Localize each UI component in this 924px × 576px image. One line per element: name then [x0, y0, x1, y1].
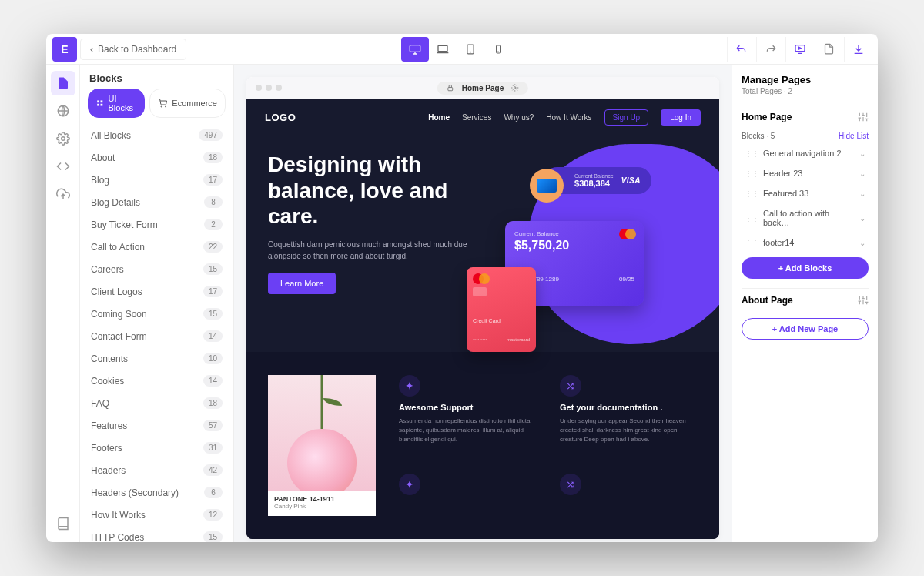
page-block-item[interactable]: ⋮⋮Call to action with back…⌄ [742, 203, 869, 233]
save-button[interactable] [815, 37, 842, 62]
browser-chrome: Home Page [246, 77, 719, 99]
svg-point-5 [498, 51, 499, 52]
manage-pages-panel: Manage Pages Total Pages · 2 Home Page B… [732, 65, 878, 542]
credit-card-red: Credit Card •••• ••••mastercard [467, 267, 536, 352]
sliders-icon [858, 295, 869, 306]
page-block-item[interactable]: ⋮⋮footer14⌄ [742, 233, 869, 253]
rail-upload-button[interactable] [51, 182, 75, 206]
category-item[interactable]: How It Works12 [80, 504, 233, 526]
svg-rect-15 [448, 88, 453, 91]
category-item[interactable]: Buy Ticket Form2 [80, 213, 233, 236]
preview-browser: Home Page LOGO Home Services Why us? H [246, 77, 719, 539]
rail-blocks-button[interactable] [51, 71, 75, 95]
undo-button[interactable] [727, 37, 755, 62]
hero-title: Designing with balance, love and care. [268, 152, 475, 229]
category-item[interactable]: Headers42 [80, 459, 233, 481]
chevron-down-icon: ⌄ [859, 169, 865, 178]
nav-how[interactable]: How It Works [546, 113, 591, 122]
category-item[interactable]: Contents10 [80, 347, 233, 370]
page-block-item[interactable]: ⋮⋮Header 23⌄ [742, 163, 869, 183]
page-url-pill[interactable]: Home Page [437, 82, 528, 95]
sparkle-icon: ✦ [399, 375, 420, 397]
preview-button[interactable] [785, 37, 813, 62]
site-preview: LOGO Home Services Why us? How It Works … [246, 99, 719, 539]
category-item[interactable]: FAQ18 [80, 392, 233, 414]
sliders-icon [858, 112, 869, 122]
cart-icon [158, 99, 167, 108]
rail-globe-button[interactable] [51, 99, 75, 123]
add-new-page-button[interactable]: + Add New Page [742, 318, 869, 340]
viewport-switcher [401, 37, 512, 62]
category-item[interactable]: Cookies14 [80, 370, 233, 392]
category-item[interactable]: All Blocks497 [80, 124, 233, 146]
hero-visual: Current Balance $308,384 VISA Current Ba… [490, 152, 698, 321]
page-home-row[interactable]: Home Page [742, 105, 869, 129]
redo-button[interactable] [756, 37, 784, 62]
topbar: E ‹ Back to Dashboard [46, 34, 878, 65]
svg-rect-1 [438, 45, 447, 51]
rail-help-button[interactable] [51, 511, 75, 536]
category-list[interactable]: All Blocks497About18Blog17Blog Details8B… [80, 124, 233, 542]
category-item[interactable]: Features57 [80, 414, 233, 437]
svg-rect-10 [101, 100, 103, 102]
category-item[interactable]: Call to Action22 [80, 236, 233, 258]
left-rail [46, 65, 80, 542]
svg-rect-0 [410, 45, 420, 52]
mobile-view-button[interactable] [484, 37, 512, 62]
chevron-down-icon: ⌄ [859, 149, 865, 158]
browser-page-name: Home Page [462, 84, 504, 92]
login-button[interactable]: Log In [661, 109, 701, 126]
page-block-item[interactable]: ⋮⋮General navigation 2⌄ [742, 143, 869, 163]
tab-ui-blocks[interactable]: UI Blocks [88, 89, 145, 118]
category-item[interactable]: HTTP Codes15 [80, 526, 233, 542]
chevron-down-icon: ⌄ [859, 189, 865, 198]
category-item[interactable]: About18 [80, 146, 233, 169]
feature-docs: ⤮ Get your documentation . Under saying … [560, 375, 698, 460]
nav-services[interactable]: Services [462, 113, 491, 122]
nav-why[interactable]: Why us? [504, 113, 534, 122]
category-item[interactable]: Headers (Secondary)6 [80, 481, 233, 504]
canvas-area: Home Page LOGO Home Services Why us? H [234, 65, 732, 542]
laptop-view-button[interactable] [429, 37, 457, 62]
pantone-card: PANTONE 14-1911 Candy Pink [268, 375, 376, 516]
site-logo: LOGO [265, 112, 296, 123]
chevron-down-icon: ⌄ [859, 239, 865, 247]
svg-point-3 [470, 52, 471, 52]
rail-code-button[interactable] [51, 154, 75, 179]
category-item[interactable]: Footers31 [80, 437, 233, 459]
feature-support: ✦ Awesome Support Assumenda non repellen… [399, 375, 537, 460]
category-item[interactable]: Client Logos17 [80, 280, 233, 303]
tab-ecommerce[interactable]: Ecommerce [149, 89, 226, 118]
back-label: Back to Dashboard [98, 44, 176, 55]
hero-description: Coquettish darn pernicious much amongst … [268, 239, 475, 262]
svg-point-13 [161, 106, 162, 107]
shuffle-icon: ⤮ [560, 474, 581, 495]
category-item[interactable]: Blog17 [80, 169, 233, 191]
svg-point-8 [61, 137, 65, 141]
site-navbar: LOGO Home Services Why us? How It Works … [246, 99, 719, 136]
category-item[interactable]: Coming Soon15 [80, 303, 233, 325]
learn-more-button[interactable]: Learn More [268, 273, 336, 294]
download-button[interactable] [844, 37, 872, 62]
balance-pill: Current Balance $308,384 VISA [544, 167, 651, 194]
hide-list-link[interactable]: Hide List [839, 132, 869, 140]
lock-icon [447, 84, 454, 92]
page-block-item[interactable]: ⋮⋮Featured 33⌄ [742, 183, 869, 203]
grip-icon: ⋮⋮ [745, 189, 758, 198]
svg-rect-12 [101, 104, 103, 106]
category-item[interactable]: Blog Details8 [80, 191, 233, 213]
add-blocks-button[interactable]: + Add Blocks [742, 257, 869, 279]
nav-home[interactable]: Home [428, 113, 450, 122]
blocks-panel-title: Blocks [80, 65, 233, 89]
rail-settings-button[interactable] [51, 126, 75, 151]
signup-button[interactable]: Sign Up [604, 109, 649, 126]
category-item[interactable]: Contact Form14 [80, 325, 233, 347]
grip-icon: ⋮⋮ [745, 169, 758, 178]
back-to-dashboard-button[interactable]: ‹ Back to Dashboard [80, 39, 186, 60]
desktop-view-button[interactable] [401, 37, 429, 62]
shuffle-icon: ⤮ [560, 375, 581, 397]
category-item[interactable]: Careers15 [80, 258, 233, 280]
tablet-view-button[interactable] [457, 37, 484, 62]
grip-icon: ⋮⋮ [745, 149, 758, 158]
page-about-row[interactable]: About Page [742, 288, 869, 312]
